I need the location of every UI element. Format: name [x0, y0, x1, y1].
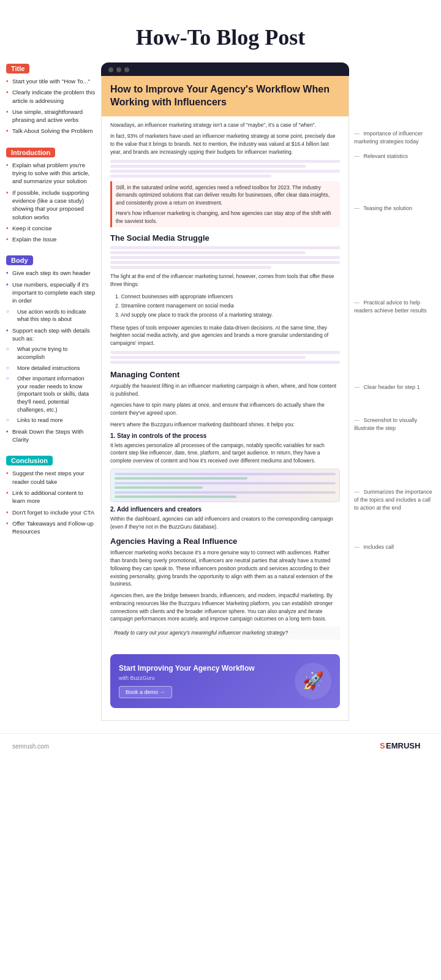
- section1-para2: These types of tools empower agencies to…: [110, 324, 340, 347]
- browser-dot-1: [108, 67, 113, 72]
- placeholder-line: [110, 361, 340, 364]
- sidebar-body-section: Body Give each step its own header Use n…: [6, 254, 96, 443]
- placeholder-block-1: [110, 160, 340, 178]
- page-wrapper: How-To Blog Post Title Start your title …: [0, 0, 441, 774]
- intro-item-2: If possible, include supporting evidence…: [6, 189, 96, 221]
- placeholder-line: [110, 246, 340, 249]
- intro-para-2: In fact, 93% of marketers have used an i…: [110, 132, 340, 156]
- teasing-para-2: Here's how influencer marketing is chang…: [116, 209, 336, 225]
- title-item-1: Start your title with "How To...": [6, 77, 96, 85]
- cta-box: Start Improving Your Agency Workflow wit…: [110, 654, 340, 708]
- right-annotation-5: Clear header for step 1: [354, 383, 435, 391]
- section3-cta-text: Ready to carry out your agency's meaning…: [110, 627, 340, 639]
- section3-header: Agencies Having a Real Influence: [110, 537, 340, 546]
- step1-para: It lets agencies personalize all process…: [110, 442, 340, 465]
- placeholder-block-3: [110, 351, 340, 364]
- sidebar-intro-section: Introduction Explain what problem you're…: [6, 146, 96, 244]
- conclusion-item-2: Link to additional content to learn more: [6, 489, 96, 505]
- intro-item-3: Keep it concise: [6, 224, 96, 232]
- screenshot-row: [115, 482, 336, 484]
- right-annotation-6: Screenshot to visually illustrate the st…: [354, 417, 435, 432]
- step2-para: Within the dashboard, agencies can add i…: [110, 515, 340, 531]
- conclusion-item-1: Suggest the next steps your reader could…: [6, 469, 96, 486]
- right-sidebar: Importance of influencer marketing strat…: [349, 62, 435, 721]
- browser-dot-2: [116, 67, 121, 72]
- body-item-1: Give each step its own header: [6, 269, 96, 277]
- placeholder-line: [110, 175, 271, 178]
- placeholder-line: [110, 251, 306, 254]
- right-annotation-7: Summarizes the importance of the topics …: [354, 488, 435, 511]
- teasing-para: Still, in the saturated online world, ag…: [116, 184, 336, 207]
- right-spacer-3: [354, 219, 435, 299]
- body-item-3d: Links to read more: [6, 417, 96, 424]
- cta-image: 🚀: [295, 663, 331, 699]
- right-annotation-4: Practical advice to help readers achieve…: [354, 299, 435, 314]
- screenshot-placeholder: [110, 469, 340, 502]
- cta-button[interactable]: Book a demo →: [119, 686, 172, 698]
- placeholder-line: [110, 261, 340, 264]
- right-annotation-1: Importance of influencer marketing strat…: [354, 130, 435, 145]
- step1-title: 1. Stay in controls of the process: [110, 432, 340, 439]
- left-sidebar: Title Start your title with "How To..." …: [6, 62, 101, 721]
- center-blog: How to Improve Your Agency's Workflow Wh…: [101, 62, 349, 721]
- conclusion-item-4: Offer Takeaways and Follow-up Resources: [6, 519, 96, 536]
- conclusion-item-3: Don't forget to include your CTA: [6, 508, 96, 516]
- title-tag: Title: [6, 64, 29, 74]
- conclusion-tag: Conclusion: [6, 456, 53, 466]
- intro-para-1: Nowadays, an influencer marketing strate…: [110, 121, 340, 129]
- section3-para2: Agencies then, are the bridge between br…: [110, 592, 340, 623]
- screenshot-row: [115, 486, 203, 489]
- body-tag: Body: [6, 255, 33, 265]
- cta-title: Start Improving Your Agency Workflow: [119, 664, 288, 674]
- article-title: How to Improve Your Agency's Workflow Wh…: [102, 76, 349, 116]
- sidebar-conclusion-section: Conclusion Suggest the next steps your r…: [6, 454, 96, 535]
- browser-dot-3: [124, 67, 129, 72]
- browser-chrome: [101, 62, 349, 76]
- intro-item-1: Explain what problem you're trying to so…: [6, 161, 96, 186]
- title-item-2: Clearly indicate the problem this articl…: [6, 88, 96, 105]
- list-item-1: 1. Connect businesses with appropriate i…: [115, 292, 340, 301]
- right-spacer-5: [354, 398, 435, 417]
- section2-para3: Here's where the Buzzguru influencer mar…: [110, 421, 340, 429]
- section2-para1: Arguably the heaviest lifting in an infl…: [110, 382, 340, 398]
- title-item-4: Talk About Solving the Problem: [6, 127, 96, 135]
- intro-item-4: Explain the Issue: [6, 235, 96, 243]
- footer-site: semrush.com: [12, 743, 49, 750]
- screenshot-inner: [111, 469, 339, 502]
- right-spacer-4: [354, 322, 435, 383]
- body-item-2: Use numbers, especially if it's importan…: [6, 281, 96, 305]
- svg-text:EMRUSH: EMRUSH: [386, 741, 420, 750]
- placeholder-line: [110, 170, 340, 173]
- footer-logo: S EMRUSH: [380, 740, 429, 753]
- section2-header: Managing Content: [110, 370, 340, 379]
- placeholder-line: [110, 356, 306, 359]
- body-item-3c: Other important information your reader …: [6, 375, 96, 413]
- placeholder-line: [110, 266, 271, 269]
- footer: semrush.com S EMRUSH: [0, 733, 441, 756]
- page-title: How-To Blog Post: [0, 12, 441, 56]
- screenshot-row: [115, 491, 336, 494]
- right-spacer-top: [354, 62, 435, 130]
- right-spacer-7: [354, 519, 435, 543]
- body-item-3: Support each step with details such as:: [6, 326, 96, 343]
- title-item-3: Use simple, straightforward phrasing and…: [6, 108, 96, 124]
- blog-content: How to Improve Your Agency's Workflow Wh…: [101, 76, 349, 721]
- numbered-list: 1. Connect businesses with appropriate i…: [115, 292, 340, 320]
- placeholder-line: [110, 165, 306, 168]
- cta-subtitle: with BuzzGuru: [119, 675, 288, 681]
- screenshot-row: [115, 477, 247, 480]
- section3-para1: Influencer marketing works because it's …: [110, 549, 340, 588]
- step2-title: 2. Add influencers and creators: [110, 506, 340, 513]
- content-area: Title Start your title with "How To..." …: [0, 56, 441, 727]
- article-body: Nowadays, an influencer marketing strate…: [102, 116, 349, 648]
- section1-header: The Social Media Struggle: [110, 233, 340, 243]
- list-item-2: 2. Streamline content management on soci…: [115, 301, 340, 311]
- placeholder-line: [110, 256, 340, 259]
- placeholder-line: [110, 351, 340, 354]
- section1-para1: The light at the end of the influencer m…: [110, 273, 340, 288]
- placeholder-block-2: [110, 246, 340, 269]
- sidebar-title-section: Title Start your title with "How To..." …: [6, 62, 96, 135]
- right-annotation-3: Teasing the solution: [354, 205, 435, 213]
- body-item-2a: Use action words to indicate what this s…: [6, 308, 96, 323]
- semrush-logo-svg: S EMRUSH: [380, 740, 429, 751]
